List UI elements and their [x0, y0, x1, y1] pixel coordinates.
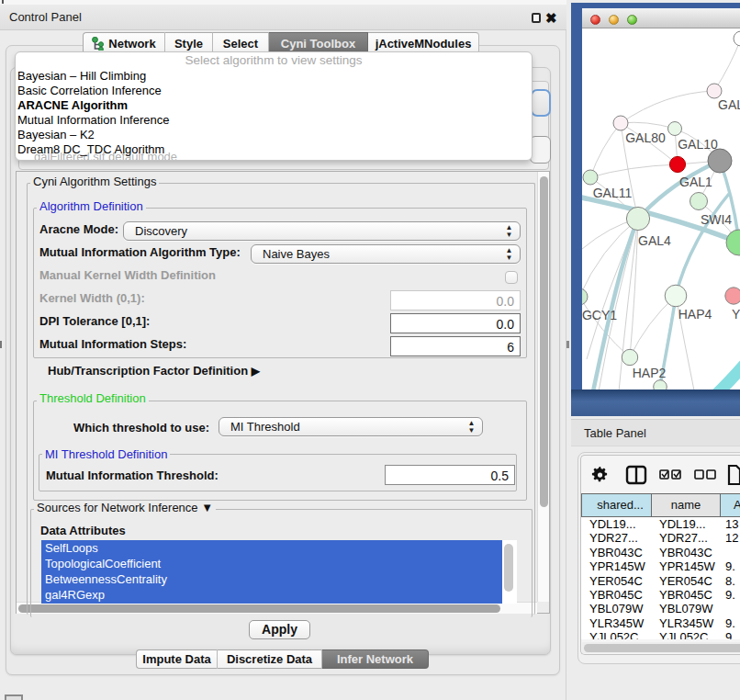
svg-text:HAP4: HAP4 [678, 307, 712, 322]
svg-text:HAP2: HAP2 [633, 366, 667, 380]
svg-text:GCY1: GCY1 [582, 308, 617, 322]
svg-text:GAL10: GAL10 [678, 137, 718, 152]
svg-text:GAL7: GAL7 [718, 97, 740, 112]
svg-text:GAL11: GAL11 [593, 186, 633, 200]
svg-text:YJ: YJ [732, 307, 740, 322]
svg-text:GAL80: GAL80 [625, 130, 666, 145]
svg-text:SWI4: SWI4 [701, 212, 732, 227]
svg-text:GAL1: GAL1 [679, 175, 712, 189]
svg-text:GAL4: GAL4 [638, 233, 671, 248]
